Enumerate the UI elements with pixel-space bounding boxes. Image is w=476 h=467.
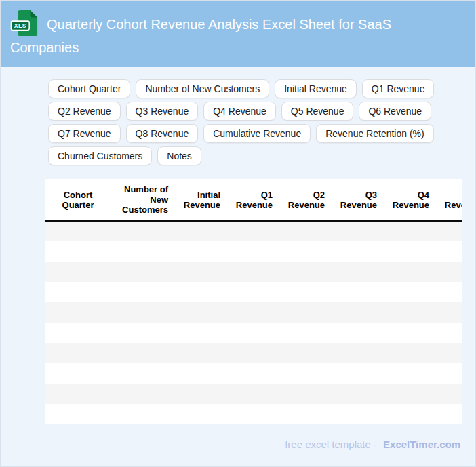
- table-row: [45, 323, 462, 343]
- table-cell: [436, 302, 462, 323]
- table-cell: [227, 323, 279, 343]
- table-cell: [111, 221, 175, 241]
- footer: free excel template -ExcelTimer.com: [1, 439, 460, 450]
- footer-text: free excel template -: [285, 439, 377, 450]
- table-cell: [175, 221, 227, 241]
- tag-chip-q5-revenue[interactable]: Q5 Revenue: [281, 102, 354, 121]
- table-cell: [175, 363, 227, 384]
- tag-chip-number-of-new-customers[interactable]: Number of New Customers: [136, 79, 269, 98]
- column-header-q1-revenue: Q1 Revenue: [227, 179, 279, 221]
- table-cell: [45, 221, 111, 241]
- table-cell: [332, 323, 384, 343]
- table-header: Cohort QuarterNumber of New CustomersIni…: [45, 179, 462, 221]
- tag-chip-initial-revenue[interactable]: Initial Revenue: [275, 79, 357, 98]
- table-cell: [436, 343, 462, 363]
- table-cell: [279, 262, 332, 282]
- cohort-table: Cohort QuarterNumber of New CustomersIni…: [45, 179, 462, 424]
- table-cell: [175, 282, 227, 302]
- table-cell: [384, 343, 436, 363]
- column-header-initial-revenue: Initial Revenue: [175, 179, 227, 221]
- column-header-q3-revenue: Q3 Revenue: [332, 179, 384, 221]
- column-tag-list: Cohort QuarterNumber of New CustomersIni…: [48, 79, 467, 165]
- table-cell: [45, 363, 111, 384]
- page: XLS Quarterly Cohort Revenue Analysis Ex…: [0, 0, 476, 467]
- tag-chip-q7-revenue[interactable]: Q7 Revenue: [48, 124, 121, 143]
- table-cell: [111, 404, 175, 424]
- table-cell: [45, 343, 111, 363]
- table-cell: [384, 282, 436, 302]
- table-row: [45, 404, 462, 424]
- table-cell: [45, 404, 111, 424]
- table-cell: [175, 404, 227, 424]
- table-cell: [279, 323, 332, 343]
- table-cell: [227, 241, 279, 262]
- table-cell: [332, 241, 384, 262]
- table-cell: [111, 323, 175, 343]
- xls-file-icon: XLS: [10, 9, 39, 37]
- column-header-q5-revenue: Q5 Revenue: [436, 179, 462, 221]
- table-cell: [175, 262, 227, 282]
- file-fold: [31, 10, 37, 18]
- table-cell: [332, 363, 384, 384]
- table-cell: [279, 363, 332, 384]
- table-cell: [227, 404, 279, 424]
- tag-chip-q2-revenue[interactable]: Q2 Revenue: [48, 102, 121, 121]
- table-cell: [436, 241, 462, 262]
- tag-chip-cumulative-revenue[interactable]: Cumulative Revenue: [203, 124, 311, 143]
- table-cell: [279, 282, 332, 302]
- tag-chip-q1-revenue[interactable]: Q1 Revenue: [362, 79, 435, 98]
- table-cell: [384, 404, 436, 424]
- tag-chip-notes[interactable]: Notes: [157, 146, 201, 165]
- header: XLS Quarterly Cohort Revenue Analysis Ex…: [1, 1, 475, 67]
- table-cell: [227, 221, 279, 241]
- table-cell: [279, 241, 332, 262]
- table-cell: [227, 384, 279, 404]
- table-cell: [175, 241, 227, 262]
- page-title: Quarterly Cohort Revenue Analysis Excel …: [10, 17, 391, 55]
- table-cell: [111, 343, 175, 363]
- table-row: [45, 221, 462, 241]
- table-header-row: Cohort QuarterNumber of New CustomersIni…: [45, 179, 462, 221]
- table-cell: [175, 323, 227, 343]
- table-cell: [436, 363, 462, 384]
- table-cell: [436, 323, 462, 343]
- table-cell: [332, 262, 384, 282]
- table-cell: [45, 323, 111, 343]
- table-cell: [45, 302, 111, 323]
- tag-chip-churned-customers[interactable]: Churned Customers: [48, 146, 152, 165]
- tag-chip-cohort-quarter[interactable]: Cohort Quarter: [48, 79, 130, 98]
- tag-chip-q3-revenue[interactable]: Q3 Revenue: [126, 102, 199, 121]
- column-header-q4-revenue: Q4 Revenue: [384, 179, 436, 221]
- table-cell: [332, 221, 384, 241]
- table-row: [45, 302, 462, 323]
- table-body: [45, 221, 462, 424]
- table-cell: [175, 302, 227, 323]
- table-cell: [227, 302, 279, 323]
- table-cell: [332, 404, 384, 424]
- table-cell: [111, 241, 175, 262]
- table-cell: [45, 241, 111, 262]
- tag-chip-q8-revenue[interactable]: Q8 Revenue: [126, 124, 199, 143]
- xls-badge-label: XLS: [14, 22, 26, 29]
- table-row: [45, 282, 462, 302]
- table-cell: [45, 282, 111, 302]
- table-cell: [332, 282, 384, 302]
- table-cell: [111, 363, 175, 384]
- table-row: [45, 384, 462, 404]
- tag-chip-q6-revenue[interactable]: Q6 Revenue: [359, 102, 431, 121]
- table-cell: [227, 343, 279, 363]
- spreadsheet-preview: Cohort QuarterNumber of New CustomersIni…: [45, 179, 462, 424]
- table-cell: [384, 363, 436, 384]
- tag-chip-q4-revenue[interactable]: Q4 Revenue: [203, 102, 276, 121]
- table-cell: [436, 282, 462, 302]
- footer-brand-link[interactable]: ExcelTimer.com: [383, 439, 460, 450]
- table-cell: [436, 384, 462, 404]
- table-row: [45, 262, 462, 282]
- table-cell: [111, 262, 175, 282]
- table-cell: [279, 221, 332, 241]
- tag-chip-revenue-retention[interactable]: Revenue Retention (%): [316, 124, 434, 143]
- table-cell: [45, 262, 111, 282]
- table-cell: [384, 262, 436, 282]
- table-cell: [227, 262, 279, 282]
- table-row: [45, 363, 462, 384]
